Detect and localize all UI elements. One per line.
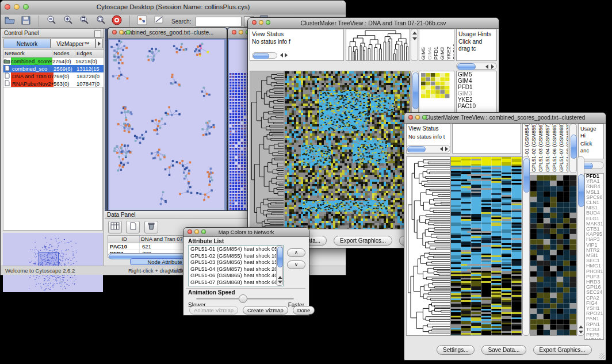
dialog-titlebar[interactable]: Map Colors to Network (183, 228, 309, 237)
scroll-thumb[interactable] (578, 174, 584, 207)
move-up-button[interactable]: ∧ (287, 248, 305, 257)
scroll-thumb[interactable] (571, 135, 577, 159)
zoom-button[interactable] (266, 20, 270, 25)
button-create-vizmap[interactable]: Create Vizmap (243, 306, 288, 315)
network-canvas[interactable] (109, 40, 224, 210)
search-input[interactable] (196, 17, 242, 26)
scroll-left-icon[interactable] (280, 53, 283, 58)
gene-label[interactable]: PAC10 (457, 103, 496, 109)
zoom-selected-icon[interactable] (78, 14, 90, 28)
array-label[interactable]: GIM5 (420, 47, 426, 60)
tv1-gene-dendrogram[interactable] (250, 71, 284, 229)
attribute-list-item[interactable]: GPL51-01 (GSM854) heat shock 05 min (189, 246, 283, 252)
attribute-table-icon[interactable] (108, 221, 122, 233)
scroll-thumb[interactable] (253, 53, 269, 59)
tv1-status-scrollbar[interactable] (252, 52, 277, 59)
array-label[interactable]: YKE2 (446, 47, 452, 60)
tab-network[interactable]: Network (3, 39, 51, 48)
tv1-array-vscrollbar[interactable] (411, 29, 418, 61)
open-file-icon[interactable] (4, 14, 16, 28)
scroll-thumb[interactable] (412, 72, 419, 109)
main-window-titlebar[interactable]: Cytoscape Desktop (Session Name: collins… (1, 1, 346, 14)
attribute-list-item[interactable]: GPL51-04 (GSM857) heat shock 20 min (189, 266, 283, 273)
tv2-array-dendrogram-area[interactable] (452, 124, 521, 154)
array-label[interactable]: GPL51-08 (GSM872) (565, 124, 568, 172)
col-nodes[interactable]: Nodes (52, 50, 75, 57)
delete-attribute-icon[interactable] (144, 221, 158, 233)
tv2-main-heatmap[interactable] (450, 156, 522, 336)
attribute-list-item[interactable]: GPL51-06 (GSM865) heat shock 40 min (189, 272, 283, 279)
table-row[interactable]: DNA and Tran 07769(0)183728(0) (3, 72, 104, 80)
close-button[interactable] (188, 229, 192, 234)
resize-grip[interactable] (599, 353, 605, 359)
attribute-list-item[interactable]: GPL51-03 (GSM856) heat shock 15 min (189, 259, 283, 266)
help-lifering-icon[interactable] (111, 14, 123, 28)
minimize-button[interactable] (194, 229, 199, 234)
close-button[interactable] (5, 4, 10, 10)
array-label[interactable]: GPL51-04 (GSM857) (545, 124, 550, 172)
scroll-down-icon[interactable] (579, 331, 583, 334)
zoom-out-icon[interactable] (45, 14, 57, 28)
scroll-right-icon[interactable] (285, 53, 288, 58)
tv2-labels-vscrollbar[interactable] (569, 124, 577, 173)
scroll-thumb[interactable] (407, 146, 426, 152)
table-row[interactable]: combined_sco2569(6)13112(15) (3, 65, 104, 72)
attribute-list[interactable]: GPL51-01 (GSM854) heat shock 05 minGPL51… (188, 245, 284, 286)
treeview1-titlebar[interactable]: ClusterMaker TreeView : DNA and Tran 07-… (248, 18, 499, 29)
minimize-button[interactable] (239, 30, 243, 35)
col-id[interactable]: ID (108, 236, 140, 243)
close-button[interactable] (408, 115, 413, 120)
close-button[interactable] (232, 30, 236, 35)
gene-label[interactable]: GIM5 (457, 71, 496, 78)
new-attribute-icon[interactable] (126, 221, 140, 233)
zoom-button[interactable] (422, 115, 427, 120)
array-label[interactable]: PAC10 (452, 44, 454, 60)
button-done[interactable]: Done (293, 306, 315, 315)
tv2-detail-vscrollbar[interactable] (577, 156, 584, 336)
tv1-hints-scrollbar[interactable] (456, 63, 497, 70)
minimize-button[interactable] (119, 30, 124, 35)
minimize-button[interactable] (415, 115, 420, 120)
scroll-down-icon[interactable] (412, 37, 417, 40)
annotation-icon[interactable] (153, 14, 165, 28)
tab-vizmapper[interactable]: VizMapper™ (51, 39, 95, 48)
attribute-list-scrollbar[interactable] (276, 246, 283, 286)
scroll-left-icon[interactable] (485, 64, 488, 69)
tab-overflow-arrow[interactable] (95, 39, 103, 48)
birdseye-view[interactable] (3, 233, 103, 265)
scroll-thumb[interactable] (277, 247, 283, 267)
array-label[interactable]: GPL51-02 (GSM855) (531, 124, 537, 172)
zoom-button[interactable] (201, 229, 206, 234)
col-network[interactable]: Network (3, 50, 52, 57)
attribute-list-item[interactable]: GPL51-07 (GSM868) heat shock 60 min (189, 279, 283, 286)
close-button[interactable] (252, 20, 257, 25)
array-label[interactable]: GPL51-07 (GSM868) (559, 124, 564, 172)
button-save-data[interactable]: Save Data... (481, 345, 526, 355)
speed-slider-thumb[interactable] (239, 294, 247, 303)
zoom-button[interactable] (23, 4, 29, 10)
minimize-button[interactable] (14, 4, 20, 10)
gene-label[interactable]: GIM4 (457, 78, 496, 84)
attribute-list-item[interactable]: GPL51-02 (GSM855) heat shock 10 min (189, 252, 283, 259)
gene-label[interactable]: GIM3 (457, 90, 496, 97)
scroll-up-icon[interactable] (412, 32, 417, 35)
network-view-titlebar[interactable]: combined_scores_good.txt--cluste... (108, 28, 227, 39)
tv2-status-scrollbar[interactable] (406, 145, 450, 152)
minimize-button[interactable] (259, 20, 263, 25)
tv1-main-heatmap[interactable] (284, 71, 411, 229)
gene-label[interactable]: YKE2 (457, 97, 496, 103)
gene-label[interactable]: PFD1 (457, 84, 496, 90)
tv1-array-dendrogram[interactable] (346, 29, 410, 61)
scroll-up-icon[interactable] (579, 325, 583, 328)
array-label[interactable]: GPL51-06 (GSM865) (552, 124, 557, 172)
treeview2-titlebar[interactable]: ClusterMaker TreeView : combined_scores_… (404, 113, 606, 124)
close-button[interactable] (112, 30, 117, 35)
scroll-right-icon[interactable] (491, 64, 494, 69)
scroll-down-icon[interactable] (278, 281, 282, 283)
scroll-left-icon[interactable] (440, 147, 443, 151)
array-label[interactable]: GIM4 (427, 47, 433, 60)
array-label[interactable]: GPL51-03 (GSM856) (538, 124, 544, 172)
tv2-heatmap-vscrollbar[interactable] (522, 156, 530, 336)
button-export-graphics[interactable]: Export Graphics... (533, 345, 592, 355)
scroll-up-icon[interactable] (278, 276, 282, 279)
